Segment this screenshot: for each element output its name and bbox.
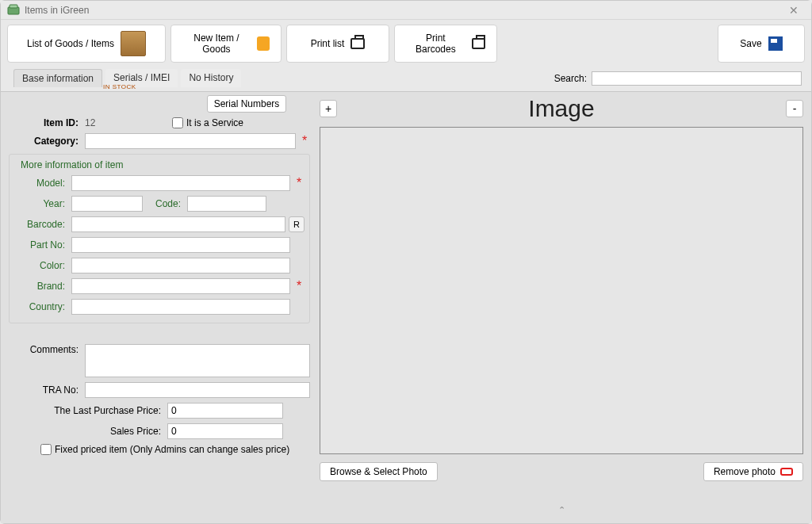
content-area: Serial Numbers Item ID: 12 It is a Servi… [1,91,811,523]
print-list-button[interactable]: Print list [286,25,389,63]
year-input[interactable] [71,196,143,212]
search-input[interactable] [592,71,802,86]
category-label: Category: [9,136,85,147]
comments-input[interactable] [85,344,310,377]
sparkle-icon [257,36,270,51]
comments-label: Comments: [9,344,85,355]
resize-handle[interactable]: ⌃ [320,481,803,515]
barcode-label: Barcode: [14,219,71,230]
image-zoom-out-button[interactable]: - [786,100,803,117]
left-column: Serial Numbers Item ID: 12 It is a Servi… [9,95,310,515]
window-title: Items in iGreen [25,5,783,16]
last-purchase-input[interactable] [167,403,283,419]
country-input[interactable] [71,299,290,315]
search-label: Search: [554,73,587,84]
tab-base-information[interactable]: Base information [13,69,102,87]
color-input[interactable] [71,258,290,273]
partno-label: Part No: [14,239,71,251]
image-zoom-in-button[interactable]: + [320,100,337,117]
svg-rect-1 [10,5,17,8]
tab-no-history[interactable]: No History [181,69,241,87]
model-label: Model: [14,178,71,189]
image-header: + Image - [320,95,803,122]
country-label: Country: [14,301,71,312]
save-icon [768,36,783,51]
item-id-label: Item ID: [9,117,85,128]
titlebar: Items in iGreen ✕ [1,1,811,20]
list-goods-label: List of Goods / Items [27,38,114,49]
tra-label: TRA No: [9,384,85,396]
save-label: Save [740,38,761,49]
category-input[interactable] [85,133,296,149]
fixed-price-label: Fixed priced item (Only Admins can chang… [55,444,289,455]
remove-icon [780,468,793,476]
partno-input[interactable] [71,237,290,253]
is-service-label: It is a Service [186,117,243,128]
list-goods-button[interactable]: List of Goods / Items IN STOCK [7,25,166,63]
app-icon [7,4,20,17]
required-asterisk: * [297,176,304,190]
fixed-price-checkbox-group[interactable]: Fixed priced item (Only Admins can chang… [40,444,289,455]
box-icon [121,31,146,56]
last-purchase-label: The Last Purchase Price: [9,405,167,416]
is-service-checkbox-group[interactable]: It is a Service [172,117,243,128]
required-asterisk: * [302,134,310,148]
new-item-label: New Item / Goods [182,33,251,55]
print-barcodes-button[interactable]: Print Barcodes [394,25,497,63]
remove-photo-label: Remove photo [714,466,776,477]
required-asterisk: * [297,279,304,293]
year-label: Year: [14,198,71,209]
brand-input[interactable] [71,278,290,294]
barcode-input[interactable] [71,216,285,232]
print-list-label: Print list [311,38,345,49]
tra-input[interactable] [85,382,310,398]
more-info-fieldset: More information of item Model: * Year: … [9,154,310,323]
browse-photo-label: Browse & Select Photo [330,466,427,477]
is-service-checkbox[interactable] [172,117,183,128]
in-stock-label: IN STOCK [103,83,136,90]
barcode-regen-button[interactable]: R [289,216,304,232]
sales-price-label: Sales Price: [9,426,167,437]
close-button[interactable]: ✕ [783,4,805,17]
fieldset-title: More information of item [17,159,126,170]
printer-icon [350,38,365,49]
code-input[interactable] [187,196,266,212]
right-column: + Image - Browse & Select Photo Remove p… [320,95,803,515]
fixed-price-checkbox[interactable] [40,444,52,455]
print-barcodes-label: Print Barcodes [406,33,465,55]
browse-photo-button[interactable]: Browse & Select Photo [320,462,438,481]
window-root: Items in iGreen ✕ List of Goods / Items … [0,0,812,524]
new-item-button[interactable]: New Item / Goods [170,25,282,63]
image-title: Image [337,95,786,122]
item-id-value: 12 [85,117,172,128]
code-label: Code: [143,198,187,209]
save-button[interactable]: Save [718,25,805,63]
color-label: Color: [14,260,71,271]
brand-label: Brand: [14,281,71,292]
image-preview-frame [320,127,803,454]
serial-numbers-button[interactable]: Serial Numbers [207,95,286,113]
model-input[interactable] [71,175,290,191]
remove-photo-button[interactable]: Remove photo [703,462,803,481]
toolbar: List of Goods / Items IN STOCK New Item … [1,20,811,69]
printer-icon [472,38,485,49]
image-footer: Browse & Select Photo Remove photo [320,462,803,481]
sales-price-input[interactable] [167,423,283,439]
